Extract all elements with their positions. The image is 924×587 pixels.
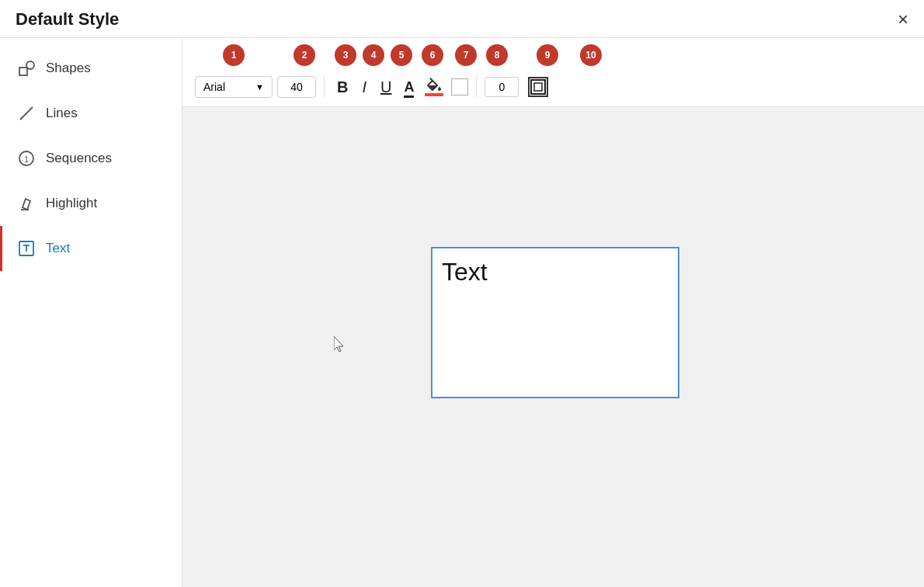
badge-1: 1	[223, 44, 245, 66]
badge-4: 4	[363, 44, 384, 66]
sidebar-shapes-label: Shapes	[46, 61, 91, 76]
sidebar-item-sequences[interactable]: 1 Sequences	[0, 136, 182, 181]
font-dropdown-arrow: ▼	[255, 82, 264, 92]
square-shape-icon	[530, 79, 546, 95]
fill-color-button[interactable]	[422, 75, 446, 99]
separator-2	[476, 76, 477, 98]
bold-button[interactable]: B	[332, 75, 353, 99]
badge-9: 9	[537, 44, 558, 66]
badges-row: 1 2 3	[182, 38, 924, 68]
sidebar-item-lines[interactable]: Lines	[0, 91, 182, 136]
text-element[interactable]: Text	[431, 247, 679, 398]
sidebar-item-shapes[interactable]: Shapes	[0, 46, 182, 91]
sidebar-item-highlight[interactable]: Highlight	[0, 181, 182, 226]
svg-text:1: 1	[24, 155, 29, 164]
svg-rect-9	[425, 93, 443, 96]
sidebar-highlight-label: Highlight	[46, 196, 97, 211]
svg-line-2	[20, 107, 33, 120]
color-swatch[interactable]	[451, 78, 468, 96]
sidebar-text-label: Text	[46, 241, 70, 256]
sequences-icon: 1	[18, 150, 35, 167]
text-color-a-label: A	[404, 79, 414, 96]
square-icon	[528, 77, 548, 97]
sidebar-item-text[interactable]: Text	[0, 226, 182, 271]
shapes-icon	[18, 60, 35, 77]
badge-6: 6	[422, 44, 443, 66]
shape-button[interactable]	[523, 74, 553, 100]
svg-rect-0	[19, 68, 27, 75]
italic-button[interactable]: I	[357, 75, 371, 99]
badge-3: 3	[335, 44, 356, 66]
page-title: Default Style	[16, 9, 119, 30]
content-area: 1 2 3	[182, 38, 924, 587]
svg-rect-11	[534, 83, 542, 91]
text-color-button[interactable]: A	[401, 76, 417, 99]
highlight-icon	[18, 195, 35, 212]
cursor-icon	[334, 336, 348, 353]
toolbar: Arial ▼ B I U A	[182, 68, 924, 107]
number-input[interactable]	[485, 77, 519, 97]
sidebar: Shapes Lines 1 Sequences	[0, 38, 182, 587]
text-box-content: Text	[442, 258, 488, 287]
header: Default Style ×	[0, 0, 924, 38]
sidebar-sequences-label: Sequences	[46, 151, 112, 166]
text-icon	[18, 240, 35, 257]
font-size-input[interactable]	[277, 76, 316, 98]
badge-7: 7	[455, 44, 477, 66]
sidebar-lines-label: Lines	[46, 106, 78, 121]
badge-2: 2	[294, 44, 315, 66]
badge-5: 5	[391, 44, 412, 66]
close-button[interactable]: ×	[898, 10, 908, 29]
font-selector[interactable]: Arial ▼	[195, 76, 273, 98]
paint-bucket-icon	[425, 78, 443, 96]
underline-button[interactable]: U	[376, 75, 396, 99]
canvas-area[interactable]: Text	[182, 107, 924, 587]
cursor	[334, 336, 348, 357]
separator-1	[324, 76, 325, 98]
lines-icon	[18, 105, 35, 122]
svg-rect-10	[531, 80, 545, 94]
badge-8: 8	[486, 44, 508, 66]
svg-point-1	[26, 61, 34, 69]
badge-10: 10	[580, 44, 602, 66]
font-value: Arial	[203, 81, 225, 93]
